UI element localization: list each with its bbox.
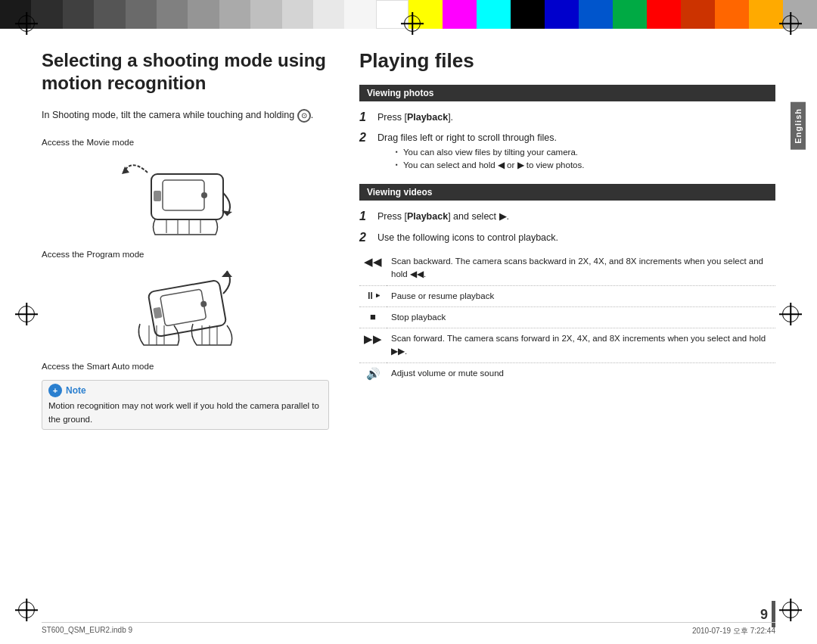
scan-fwd-desc: Scan forward. The camera scans forward i…: [387, 328, 775, 363]
shutter-icon: ⊙: [297, 109, 311, 123]
reg-mark-rc: [779, 303, 802, 325]
photo-step2-num: 2: [359, 131, 371, 145]
svg-rect-9: [153, 307, 162, 319]
control-row-pause: ⏸▶ Pause or resume playback: [359, 285, 775, 306]
reg-mark-tr: [779, 12, 802, 35]
color-swatches: [408, 0, 817, 29]
diagram1-label: Access the Movie mode: [42, 138, 329, 147]
stop-desc: Stop playback: [387, 306, 775, 328]
volume-icon: 🔊: [359, 362, 387, 384]
svg-rect-1: [163, 180, 204, 210]
svg-point-2: [201, 192, 207, 198]
reg-mark-tl: [15, 12, 38, 35]
svg-marker-4: [122, 166, 129, 174]
diagram2-label: Access the Program mode: [42, 250, 329, 259]
stop-icon: ■: [359, 306, 387, 328]
control-row-scan-back: ◀◀ Scan backward. The camera scans backw…: [359, 251, 775, 285]
page-number: 9: [760, 607, 768, 623]
page-content: Selecting a shooting mode using motion r…: [42, 42, 775, 602]
diagram2-svg: [110, 263, 261, 350]
photo-step-2: 2 Drag files left or right to scroll thr…: [359, 131, 775, 178]
footer-left: ST600_QSM_EUR2.indb 9: [42, 626, 132, 636]
footer-right: 2010-07-19 오후 7:22:44: [692, 626, 775, 636]
viewing-photos-header: Viewing photos: [359, 85, 775, 101]
video-step2-num: 2: [359, 231, 371, 244]
control-table: ◀◀ Scan backward. The camera scans backw…: [359, 251, 775, 384]
footer: ST600_QSM_EUR2.indb 9 2010-07-19 오후 7:22…: [42, 622, 775, 636]
control-row-scan-fwd: ▶▶ Scan forward. The camera scans forwar…: [359, 328, 775, 363]
control-row-volume: 🔊 Adjust volume or mute sound: [359, 362, 775, 384]
control-row-stop: ■ Stop playback: [359, 306, 775, 328]
reg-mark-tc: [401, 12, 424, 35]
reg-mark-lc: [15, 303, 38, 325]
video-step-2: 2 Use the following icons to control pla…: [359, 231, 775, 245]
left-title: Selecting a shooting mode using motion r…: [42, 49, 329, 95]
note-box: + Note Motion recognition may not work w…: [42, 380, 329, 430]
scan-back-icon: ◀◀: [359, 251, 387, 285]
diagram-smart-auto-mode: Access the Smart Auto mode: [42, 362, 329, 371]
photo-bullets: You can also view files by tilting your …: [396, 146, 584, 173]
diagram3-label: Access the Smart Auto mode: [42, 362, 329, 371]
svg-rect-3: [154, 191, 161, 201]
svg-rect-7: [160, 289, 207, 326]
pause-resume-desc: Pause or resume playback: [387, 285, 775, 306]
viewing-videos-header: Viewing videos: [359, 184, 775, 201]
reg-mark-bl: [15, 599, 38, 621]
volume-desc: Adjust volume or mute sound: [387, 362, 775, 384]
photo-step1-num: 1: [359, 110, 371, 124]
scan-fwd-icon: ▶▶: [359, 328, 387, 363]
intro-text: In Shooting mode, tilt the camera while …: [42, 108, 329, 123]
reg-mark-br: [779, 599, 802, 621]
video-step-1: 1 Press [Playback] and select ▶.: [359, 210, 775, 224]
diagram-program-mode: Access the Program mode: [42, 250, 329, 353]
right-title: Playing files: [359, 49, 775, 73]
note-label: Note: [66, 385, 86, 396]
photo-step2-content: Drag files left or right to scroll throu…: [377, 131, 584, 178]
video-step1-text: Press [Playback] and select ▶.: [377, 210, 509, 224]
pause-resume-icon: ⏸▶: [359, 285, 387, 306]
right-column: Playing files Viewing photos 1 Press [Pl…: [359, 42, 775, 602]
grayscale-swatches: [0, 0, 408, 29]
svg-point-8: [200, 300, 207, 307]
left-column: Selecting a shooting mode using motion r…: [42, 42, 329, 602]
diagram-movie-mode: Access the Movie mode: [42, 138, 329, 241]
photo-bullet-2: You can select and hold ◀ or ▶ to view p…: [396, 159, 584, 172]
video-step2-text: Use the following icons to control playb…: [377, 231, 558, 245]
svg-marker-10: [222, 271, 232, 277]
note-text: Motion recognition may not work well if …: [48, 400, 322, 426]
english-tab: English: [791, 102, 806, 150]
photo-bullet-1: You can also view files by tilting your …: [396, 146, 584, 159]
scan-back-desc: Scan backward. The camera scans backward…: [387, 251, 775, 285]
diagram1-svg: [110, 151, 261, 238]
photo-step2-text: Drag files left or right to scroll throu…: [377, 131, 584, 145]
video-step1-num: 1: [359, 210, 371, 223]
photo-step-1: 1 Press [Playback].: [359, 110, 775, 125]
photo-step1-text: Press [Playback].: [377, 110, 453, 125]
note-icon: +: [48, 384, 62, 397]
